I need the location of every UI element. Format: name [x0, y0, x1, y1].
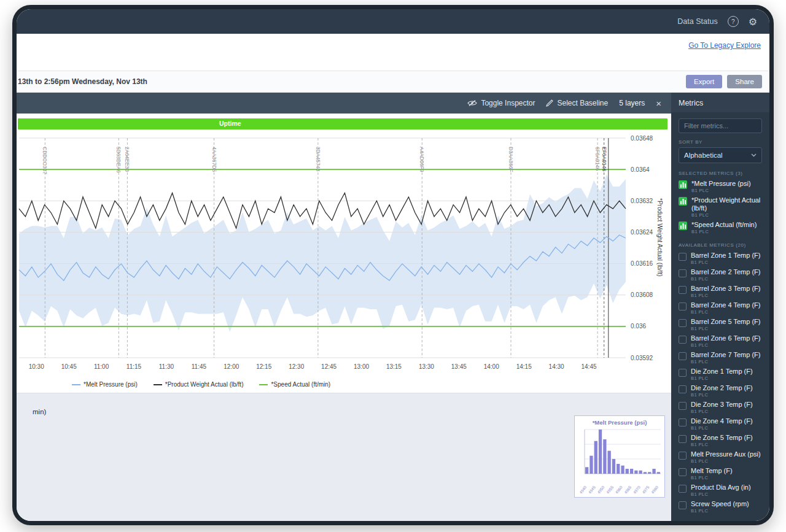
- metric-item[interactable]: *Melt Pressure (psi)B1 PLC: [679, 180, 762, 194]
- metric-item[interactable]: *Speed Actual (ft/min)B1 PLC: [679, 221, 762, 235]
- metric-checkbox[interactable]: [679, 336, 687, 344]
- metric-item[interactable]: Barrel Zone 7 Temp (F)B1 PLC: [679, 351, 762, 365]
- date-range-bar: 13th to 2:56pm Wednesday, Nov 13th Expor…: [17, 71, 769, 93]
- legend-label: *Speed Actual (ft/min): [271, 381, 330, 388]
- metric-item[interactable]: Melt Pressure Aux (psi)B1 PLC: [679, 450, 762, 465]
- histogram-tick-label: 4940: [578, 485, 588, 493]
- metric-item[interactable]: Die Zone 1 Temp (F)B1 PLC: [679, 368, 762, 382]
- metric-checkbox[interactable]: [679, 385, 687, 393]
- metric-name: *Melt Pressure (psi): [691, 180, 751, 188]
- metric-checkbox[interactable]: [679, 468, 687, 476]
- legend-item[interactable]: *Speed Actual (ft/min): [259, 381, 330, 388]
- metric-checkbox[interactable]: [679, 402, 687, 410]
- metric-item[interactable]: Barrel Zone 3 Temp (F)B1 PLC: [679, 285, 762, 299]
- metric-checkbox[interactable]: [679, 369, 687, 377]
- data-status-link[interactable]: Data Status: [677, 17, 717, 26]
- metric-item[interactable]: Melt Temp (F)B1 PLC: [679, 467, 762, 481]
- uptime-label: Uptime: [219, 120, 241, 127]
- close-icon[interactable]: ×: [656, 98, 661, 109]
- legend-label: *Melt Pressure (psi): [84, 381, 138, 388]
- histogram-tick-label: 4945: [588, 485, 597, 493]
- metric-name: Barrel Zone 7 Temp (F): [691, 351, 761, 359]
- metric-item[interactable]: Die Zone 2 Temp (F)B1 PLC: [679, 384, 762, 398]
- sort-dropdown[interactable]: Alphabetical: [679, 147, 762, 163]
- histogram-tick-label: 4970: [632, 485, 642, 493]
- gear-icon[interactable]: ⚙: [749, 16, 757, 28]
- metric-name: Die Zone 5 Temp (F): [691, 434, 753, 442]
- metric-item[interactable]: *Product Weight Actual (lb/ft)B1 PLC: [679, 196, 762, 218]
- metric-source: B1 PLC: [691, 260, 761, 266]
- share-button[interactable]: Share: [727, 75, 762, 88]
- histogram-bar: [608, 451, 611, 474]
- metrics-panel: Metrics SORT BY Alphabetical SELECTED ME…: [671, 93, 769, 521]
- metric-checkbox[interactable]: [679, 435, 687, 443]
- metric-selected-icon[interactable]: [679, 197, 687, 206]
- metric-selected-icon[interactable]: [679, 222, 687, 230]
- x-tick-label: 11:15: [126, 363, 142, 370]
- metric-checkbox[interactable]: [679, 352, 687, 360]
- legend-item[interactable]: *Product Weight Actual (lb/ft): [154, 381, 244, 388]
- metric-item[interactable]: Product Dia Avg (in)B1 PLC: [679, 484, 762, 498]
- histogram-bar: [657, 472, 660, 474]
- metric-checkbox[interactable]: [679, 269, 687, 277]
- pencil-icon: [546, 99, 553, 107]
- y-tick-label: 0.036: [631, 323, 646, 330]
- sort-dropdown-value: Alphabetical: [684, 152, 723, 159]
- metric-checkbox[interactable]: [679, 485, 687, 493]
- metric-item[interactable]: Die Zone 3 Temp (F)B1 PLC: [679, 401, 762, 415]
- histogram-bar: [603, 439, 606, 474]
- histogram-title: *Melt Pressure (psi): [575, 416, 664, 427]
- metric-checkbox[interactable]: [679, 418, 687, 426]
- x-tick-label: 11:00: [94, 363, 109, 370]
- metric-checkbox[interactable]: [679, 501, 687, 509]
- metric-item[interactable]: Barrel Zone 6 Temp (F)B1 PLC: [679, 334, 762, 349]
- metric-name: Die Zone 4 Temp (F): [691, 417, 753, 425]
- histogram-tick-label: 4980: [650, 485, 660, 493]
- metric-item[interactable]: Screw Speed (rpm)B1 PLC: [679, 500, 762, 514]
- app-window: Data Status ? ⚙ Go To Legacy Explore 13t…: [12, 5, 774, 525]
- histogram-bar: [599, 430, 602, 474]
- toggle-inspector-button[interactable]: Toggle Inspector: [467, 99, 535, 107]
- metric-source: B1 PLC: [691, 492, 751, 498]
- layers-count[interactable]: 5 layers: [619, 99, 645, 107]
- metric-checkbox[interactable]: [679, 286, 687, 294]
- metric-source: B1 PLC: [691, 508, 749, 514]
- go-to-legacy-explore-link[interactable]: Go To Legacy Explore: [688, 41, 761, 50]
- metric-item[interactable]: Die Zone 4 Temp (F)B1 PLC: [679, 417, 762, 431]
- metric-name: *Speed Actual (ft/min): [691, 221, 757, 229]
- export-button[interactable]: Export: [686, 75, 722, 88]
- metric-item[interactable]: Barrel Zone 1 Temp (F)B1 PLC: [679, 252, 762, 266]
- metric-checkbox[interactable]: [679, 253, 687, 261]
- help-icon[interactable]: ?: [728, 16, 739, 27]
- filter-metrics-input[interactable]: [679, 118, 762, 133]
- batch-id-label: 6F6A0146: [594, 147, 601, 171]
- y-tick-label: 0.0364: [631, 166, 650, 173]
- metric-item[interactable]: Barrel Zone 5 Temp (F)B1 PLC: [679, 318, 762, 332]
- histogram-bar: [652, 469, 655, 474]
- metric-item[interactable]: Barrel Zone 4 Temp (F)B1 PLC: [679, 301, 762, 315]
- select-baseline-button[interactable]: Select Baseline: [546, 99, 608, 107]
- metric-checkbox[interactable]: [679, 452, 687, 460]
- legend-swatch: [72, 384, 80, 385]
- right-axis-title: *Product Weight Actual (lb/ft): [656, 198, 663, 277]
- x-tick-label: 13:30: [419, 363, 434, 370]
- metric-source: B1 PLC: [691, 442, 753, 448]
- timeseries-chart[interactable]: 0.035920.0360.036080.036160.036240.03632…: [17, 132, 671, 380]
- legend-item[interactable]: *Melt Pressure (psi): [72, 381, 138, 388]
- chart-toolbar: Toggle Inspector Select Baseline 5 layer…: [17, 93, 671, 114]
- x-tick-label: 12:00: [224, 363, 239, 370]
- metric-checkbox[interactable]: [679, 319, 687, 327]
- metric-source: B1 PLC: [691, 409, 753, 415]
- legend-swatch: [154, 384, 162, 385]
- metric-item[interactable]: Barrel Zone 2 Temp (F)B1 PLC: [679, 268, 762, 282]
- metric-source: B1 PLC: [691, 229, 757, 235]
- metric-source: B1 PLC: [691, 326, 761, 332]
- x-tick-label: 10:30: [29, 363, 44, 370]
- histogram-bar: [630, 469, 633, 474]
- metric-selected-icon[interactable]: [679, 180, 687, 189]
- x-tick-label: 14:45: [581, 363, 596, 370]
- metric-checkbox[interactable]: [679, 303, 687, 310]
- metric-source: B1 PLC: [691, 392, 753, 398]
- metric-item[interactable]: Die Zone 5 Temp (F)B1 PLC: [679, 434, 762, 448]
- legend-swatch: [259, 384, 268, 385]
